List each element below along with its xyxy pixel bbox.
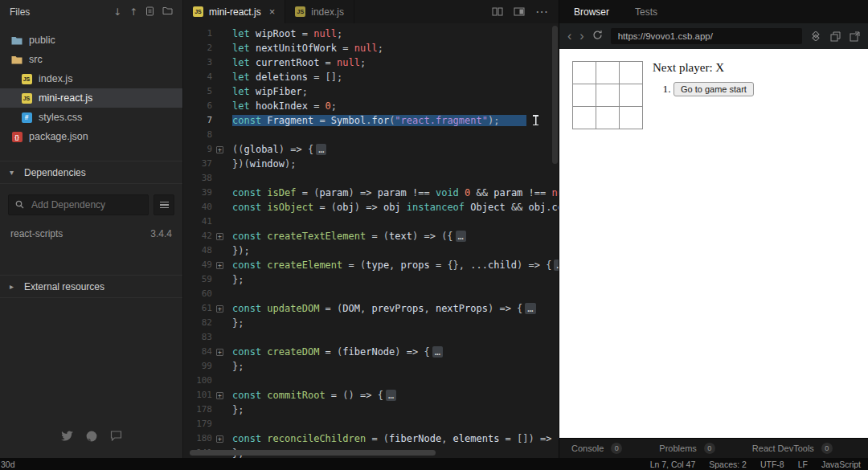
go-to-game-start-button[interactable]: Go to game start <box>674 82 754 96</box>
code-line[interactable]: 3let currentRoot = null; <box>183 55 559 70</box>
chat-feedback-icon[interactable] <box>110 431 122 442</box>
line-number: 49 <box>183 258 212 272</box>
dependency-menu-button[interactable] <box>154 194 174 215</box>
code-line[interactable]: 6let hookIndex = 0; <box>183 99 559 113</box>
indentation-status[interactable]: Spaces: 2 <box>709 460 747 469</box>
board-square[interactable] <box>619 61 643 84</box>
code-line[interactable]: 8 <box>183 128 559 142</box>
file-item-mini-react-js[interactable]: JS mini-react.js <box>0 88 182 108</box>
code-line[interactable]: 48}); <box>183 243 559 258</box>
line-number: 7 <box>183 113 212 128</box>
code-line[interactable]: 49+const createElement = (type, props = … <box>183 258 559 272</box>
board-square[interactable] <box>596 84 620 107</box>
console-tab[interactable]: Console 0 <box>571 443 622 454</box>
fold-icon[interactable]: + <box>212 258 227 272</box>
external-resources-section-header[interactable]: ▸ External resources <box>0 275 182 298</box>
code-line[interactable]: 179 <box>183 417 559 431</box>
file-item-public[interactable]: public <box>0 31 182 50</box>
dependency-search-box[interactable] <box>8 194 149 215</box>
react-devtools-tab[interactable]: React DevTools 0 <box>752 443 833 454</box>
code-line[interactable]: 180+const reconcileChildren = (fiberNode… <box>183 431 559 446</box>
add-dependency-input[interactable] <box>30 198 141 211</box>
github-icon[interactable] <box>86 431 97 442</box>
fold-icon[interactable]: + <box>212 142 227 157</box>
code-line[interactable]: 40const isObject = (obj) => obj instance… <box>183 200 559 215</box>
dependencies-section-header[interactable]: ▾ Dependencies <box>0 161 182 184</box>
code-line[interactable]: 2let nextUnitOfWork = null; <box>183 41 559 55</box>
download-sandbox-icon[interactable]: ↓ <box>113 7 121 17</box>
board-square[interactable] <box>572 106 596 129</box>
tab-tests[interactable]: Tests <box>635 6 657 18</box>
code-line[interactable]: 101+const commitRoot = () => {… <box>183 388 559 403</box>
cursor-position-status[interactable]: Ln 7, Col 47 <box>650 460 696 469</box>
board-square[interactable] <box>572 61 596 84</box>
twitter-icon[interactable] <box>61 431 73 442</box>
code-line[interactable]: 37})(window); <box>183 157 559 171</box>
file-item-src[interactable]: src <box>0 50 182 69</box>
open-in-new-window-icon[interactable] <box>850 31 860 42</box>
code-line[interactable]: 41 <box>183 215 559 229</box>
board-square[interactable] <box>596 61 620 84</box>
code-line[interactable]: 82}; <box>183 316 559 330</box>
fold-icon[interactable]: + <box>212 229 227 243</box>
split-editor-icon[interactable] <box>492 5 503 19</box>
preview-tab-bar: Browser Tests <box>559 0 868 23</box>
code-line[interactable]: 7const Fragment = Symbol.for("react.frag… <box>183 113 559 128</box>
open-preview-icon[interactable] <box>514 5 525 19</box>
fold-icon[interactable]: + <box>212 345 227 359</box>
fold-gutter <box>212 287 227 301</box>
board-square[interactable] <box>619 84 643 107</box>
eol-status[interactable]: LF <box>798 460 808 469</box>
line-number: 3 <box>183 55 212 70</box>
tab-mini-react-js[interactable]: JS mini-react.js × <box>183 0 285 23</box>
tab-index-js[interactable]: JS index.js <box>285 0 354 23</box>
close-icon[interactable]: × <box>269 6 276 17</box>
forward-icon[interactable]: › <box>579 30 583 43</box>
code-editor-content[interactable]: 1let wipRoot = null;2let nextUnitOfWork … <box>183 23 559 458</box>
board-square[interactable] <box>619 106 643 129</box>
javascript-file-icon: JS <box>193 6 203 17</box>
fold-icon[interactable]: + <box>212 301 227 316</box>
file-item-index-js[interactable]: JS index.js <box>0 69 182 88</box>
code-line[interactable]: 178}; <box>183 403 559 417</box>
board-square[interactable] <box>596 106 620 129</box>
code-line[interactable]: 84+const createDOM = (fiberNode) => {… <box>183 345 559 359</box>
file-item-package-json[interactable]: {} package.json <box>0 127 182 146</box>
url-address-bar[interactable] <box>611 28 802 44</box>
horizontal-scrollbar[interactable] <box>190 450 436 456</box>
tab-browser[interactable]: Browser <box>574 6 609 18</box>
file-item-styles-css[interactable]: # styles.css <box>0 108 182 127</box>
line-number: 42 <box>183 229 212 243</box>
fold-icon[interactable]: + <box>212 388 227 403</box>
code-line[interactable]: 4let deletions = []; <box>183 70 559 84</box>
vertical-scrollbar[interactable] <box>552 26 558 164</box>
fold-icon[interactable]: + <box>212 431 227 446</box>
back-icon[interactable]: ‹ <box>567 30 571 43</box>
more-actions-icon[interactable]: ⋯ <box>535 4 548 19</box>
encoding-status[interactable]: UTF-8 <box>760 460 784 469</box>
code-line[interactable]: 61+const updateDOM = (DOM, prevProps, ne… <box>183 301 559 316</box>
code-line[interactable]: 42+const createTextElement = (text) => (… <box>183 229 559 243</box>
code-line[interactable]: 5let wipFiber; <box>183 84 559 99</box>
code-line[interactable]: 38 <box>183 171 559 186</box>
code-line[interactable]: 100 <box>183 374 559 388</box>
refresh-icon[interactable] <box>592 29 603 43</box>
code-line[interactable]: 59}; <box>183 272 559 287</box>
code-line[interactable]: 9+((global) => {… <box>183 142 559 157</box>
language-mode-status[interactable]: JavaScript <box>821 460 861 469</box>
copy-url-icon[interactable] <box>830 31 841 42</box>
problems-tab[interactable]: Problems 0 <box>659 443 714 454</box>
code-line[interactable]: 1let wipRoot = null; <box>183 27 559 41</box>
upload-icon[interactable]: ↑ <box>129 7 137 17</box>
code-line[interactable]: 39const isDef = (param) => param !== voi… <box>183 186 559 200</box>
dependency-row-react-scripts[interactable]: react-scripts 3.4.4 <box>0 220 182 252</box>
code-line[interactable]: 99}; <box>183 359 559 374</box>
board-square[interactable] <box>572 84 596 107</box>
new-folder-icon[interactable] <box>162 6 173 17</box>
code-line[interactable]: 83 <box>183 330 559 345</box>
new-file-icon[interactable] <box>145 6 154 18</box>
code-line[interactable]: 60 <box>183 287 559 301</box>
line-number: 99 <box>183 359 212 374</box>
responsive-mode-icon[interactable] <box>810 31 821 41</box>
file-name: styles.css <box>39 112 82 123</box>
